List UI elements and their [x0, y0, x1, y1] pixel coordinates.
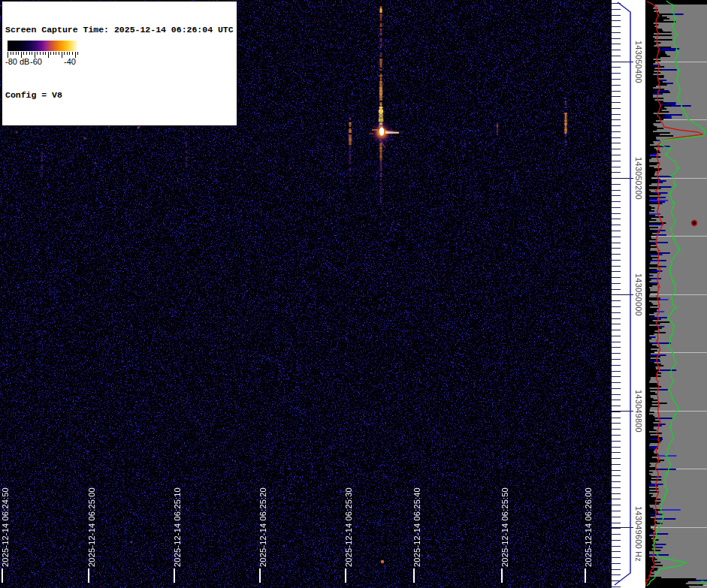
colorbar-label-max: -40: [64, 57, 76, 66]
time-tick-label: 2025-12-14 06:25:40: [412, 487, 422, 567]
time-tick-label: 2025-12-14 06:26:00: [584, 487, 594, 567]
time-tick-label: 2025-12-14 06:25:50: [500, 487, 510, 567]
time-tick-label: 2025-12-14 06:25:10: [173, 487, 183, 567]
config-text: Config = V8: [5, 90, 234, 101]
colorbar-label-min: -80 dB: [5, 57, 29, 66]
time-tick: [174, 568, 175, 583]
time-tick-label: 2025-12-14 06:24:50: [1, 487, 11, 567]
colorbar-gradient: [8, 41, 78, 51]
time-tick-label: 2025-12-14 06:25:20: [258, 487, 268, 567]
freq-axis-bracket: [612, 0, 645, 588]
time-tick: [2, 568, 3, 583]
color-scale-legend: -80 dB -60 -40: [4, 39, 84, 66]
colorbar-label-mid: -60: [30, 57, 42, 66]
time-tick: [88, 568, 89, 583]
time-tick-label: 2025-12-14 06:25:00: [87, 487, 97, 567]
spectrum-monitor-window: 2025-12-14 06:24:502025-12-14 06:25:0020…: [0, 0, 707, 588]
time-tick: [259, 568, 261, 583]
spectrum-side-panel: [645, 0, 707, 588]
capture-time-text: Screen Capture Time: 2025-12-14 06:26:04…: [5, 25, 234, 36]
colorbar-labels: -80 dB -60 -40: [4, 57, 84, 66]
time-tick: [501, 568, 503, 583]
frequency-axis: 1430504001430502001430500001430498001430…: [612, 0, 645, 588]
time-tick: [413, 568, 415, 583]
time-tick-label: 2025-12-14 06:25:30: [344, 487, 354, 567]
time-tick: [345, 568, 346, 583]
time-tick: [585, 568, 586, 583]
